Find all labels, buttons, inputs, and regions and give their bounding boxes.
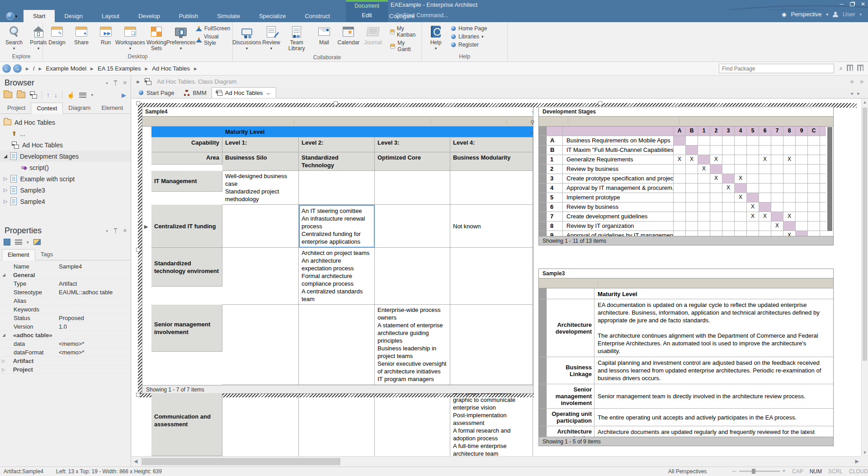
resize-handle[interactable]	[598, 101, 602, 105]
matrix-cell[interactable]: X	[710, 174, 722, 183]
matrix-cell[interactable]	[710, 146, 722, 155]
horizontal-scrollbar-thumb[interactable]	[142, 458, 340, 465]
matrix-cell[interactable]	[747, 222, 759, 231]
table-cell[interactable]	[375, 205, 450, 248]
table-row[interactable]: Business Linkage Capital planning and in…	[539, 357, 833, 384]
table-row[interactable]: 2Review by businessX	[539, 165, 826, 174]
tab-project[interactable]: Project	[2, 103, 31, 113]
matrix-cell[interactable]	[735, 136, 747, 145]
chevron-right-icon[interactable]: »	[860, 78, 863, 85]
new-diagram-icon[interactable]	[30, 91, 37, 99]
matrix-cell[interactable]: X	[783, 155, 796, 164]
matrix-cell[interactable]	[783, 203, 796, 212]
matrix-cell[interactable]: X	[735, 174, 747, 183]
matrix-cell[interactable]	[710, 136, 722, 145]
matrix-cell[interactable]	[747, 231, 759, 236]
table-row[interactable]: ABusiness Requirements on Mobile Apps	[539, 136, 826, 146]
hamburger-menu-icon[interactable]	[15, 240, 22, 245]
tab-scroll-right-icon[interactable]: ▸	[857, 90, 860, 96]
expanded-triangle-icon[interactable]	[4, 155, 7, 158]
matrix-cell[interactable]	[698, 184, 710, 193]
matrix-cell[interactable]	[698, 212, 710, 221]
breadcrumb-example-model[interactable]: Example Model	[46, 65, 86, 72]
visual-style-button[interactable]: Visual Style	[196, 33, 230, 46]
matrix-cell[interactable]	[783, 193, 796, 202]
table-row[interactable]: 7Create development guidelinesXXX	[539, 212, 826, 222]
matrix-cell[interactable]	[747, 146, 759, 155]
row-label[interactable]: Senior management involvement	[151, 305, 222, 352]
run-button[interactable]: ▶▶ Run	[94, 24, 118, 47]
matrix-cell[interactable]	[710, 231, 722, 236]
home-page-button[interactable]: Home Page	[451, 25, 487, 32]
collapsed-triangle-icon[interactable]: ▷	[4, 187, 7, 193]
toolbar-overflow-arrow-icon[interactable]: ▶	[122, 92, 126, 99]
tab-diagram[interactable]: Diagram	[63, 103, 96, 113]
perspective-button[interactable]: Perspective	[791, 11, 822, 18]
matrix-cell[interactable]	[796, 136, 808, 145]
matrix-cell[interactable]	[722, 193, 735, 202]
table-row[interactable]: Senior management involement Senior mana…	[539, 384, 833, 409]
breadcrumb-root[interactable]: /	[33, 65, 35, 72]
matrix-cell[interactable]	[722, 174, 735, 183]
matrix-cell[interactable]	[759, 136, 771, 145]
table-row[interactable]: Operating unit participation The entire …	[539, 409, 833, 426]
collapsed-triangle-icon[interactable]: ▷	[4, 198, 7, 204]
nav-back-button[interactable]: ←	[2, 64, 11, 73]
matrix-cell[interactable]	[674, 212, 686, 221]
matrix-cell[interactable]	[808, 155, 820, 164]
matrix-cell[interactable]: X	[698, 165, 710, 174]
matrix-cell[interactable]: X	[771, 222, 783, 231]
sample3-window[interactable]: Sample3 Maturity Level Architecture deve…	[538, 269, 834, 446]
matrix-cell[interactable]	[747, 184, 759, 193]
folder-icon[interactable]	[17, 92, 25, 98]
zoom-tool-icon[interactable]: ⌕	[531, 129, 534, 137]
matrix-cell[interactable]	[674, 136, 686, 145]
matrix-cell[interactable]	[796, 174, 808, 183]
tree-item-example-with-script[interactable]: ▷ Example with script	[0, 173, 131, 184]
search-button[interactable]: Search ▾	[2, 24, 26, 52]
my-gantt-button[interactable]: My Gantt	[390, 40, 417, 52]
matrix-cell[interactable]	[747, 136, 759, 145]
table-row[interactable]: 4Approval by IT management & procurem...…	[539, 184, 826, 193]
matrix-cell[interactable]	[735, 203, 747, 212]
matrix-cell[interactable]	[771, 231, 783, 236]
matrix-cell[interactable]	[771, 174, 783, 183]
matrix-cell[interactable]	[686, 174, 698, 183]
new-package-icon[interactable]	[4, 92, 12, 98]
diagram-canvas[interactable]: Sample4 Maturity Level Capability Level …	[132, 99, 861, 456]
matrix-cell[interactable]	[771, 212, 783, 221]
matrix-cell[interactable]	[722, 155, 735, 164]
matrix-cell[interactable]: X	[783, 212, 796, 221]
link-tool-icon[interactable]: ⚲	[530, 119, 535, 126]
close-icon[interactable]: ✕	[123, 228, 127, 234]
matrix-cell[interactable]	[735, 212, 747, 221]
table-cell[interactable]: Well-designed business case Standardized…	[222, 171, 299, 205]
tree-item-navigate-up[interactable]: ⬆ ...	[0, 128, 131, 139]
tree-item-sample4[interactable]: ▷ Sample4	[0, 196, 131, 207]
matrix-cell[interactable]	[674, 165, 686, 174]
matrix-cell[interactable]	[722, 212, 735, 221]
matrix-cell[interactable]	[783, 174, 796, 183]
tab-tags[interactable]: Tags	[35, 249, 58, 260]
ribbon-tab-edit[interactable]: Edit	[346, 9, 388, 19]
table-cell[interactable]	[299, 171, 375, 205]
scroll-right-icon[interactable]: ▶	[855, 458, 859, 464]
matrix-cell[interactable]	[722, 146, 735, 155]
matrix-cell[interactable]	[808, 203, 820, 212]
pin-icon[interactable]	[113, 228, 118, 233]
matrix-cell[interactable]	[722, 231, 735, 236]
matrix-cell[interactable]	[735, 184, 747, 193]
resize-handle[interactable]	[136, 393, 140, 397]
matrix-cell[interactable]	[796, 231, 808, 236]
matrix-cell[interactable]	[710, 212, 722, 221]
matrix-cell[interactable]	[796, 203, 808, 212]
chevron-down-icon[interactable]: ▾	[826, 12, 828, 17]
working-sets-button[interactable]: Working Sets	[144, 24, 169, 52]
matrix-cell[interactable]	[808, 212, 820, 221]
locate-icon[interactable]: ☝	[67, 91, 75, 99]
matrix-cell[interactable]	[698, 222, 710, 231]
matrix-cell[interactable]	[759, 231, 771, 236]
matrix-cell[interactable]	[796, 165, 808, 174]
matrix-cell[interactable]	[698, 203, 710, 212]
matrix-cell[interactable]	[796, 184, 808, 193]
